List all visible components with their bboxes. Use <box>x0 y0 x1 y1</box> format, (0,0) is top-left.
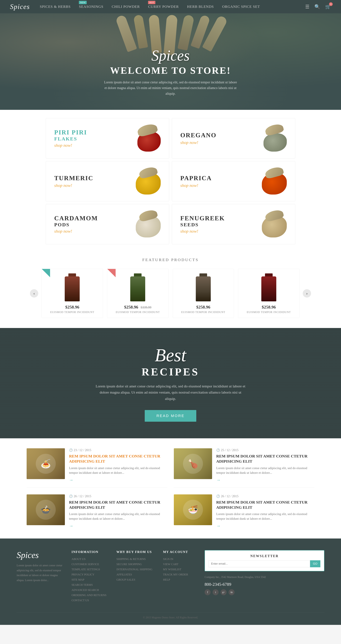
newsletter-email-input[interactable] <box>209 560 310 567</box>
clock-icon-3: 🕐 <box>69 494 73 498</box>
footer-link-sign-in[interactable]: SIGN IN <box>163 558 196 561</box>
spoon-2 <box>133 14 148 49</box>
product-name-2: EUISMOD TEMPOR INCIDIDUNT <box>111 311 165 314</box>
footer-link-group-sales[interactable]: GROUP SALES <box>116 578 155 582</box>
social-icon-linkedin[interactable]: in <box>229 589 235 595</box>
spice-shop-piri-piri[interactable]: shop now! <box>54 143 87 148</box>
spice-card-piri-piri[interactable]: PIRI PIRI FLAKES shop now! <box>46 118 169 158</box>
read-more-button[interactable]: READ MORE <box>145 410 196 422</box>
footer-link-template-settings[interactable]: TEMPLATE SETTINGS <box>71 568 108 571</box>
carousel-next-arrow[interactable]: › <box>303 289 311 298</box>
spice-sub-fenugreek: SEEDS <box>180 222 225 228</box>
footer-link-contact-us[interactable]: CONTACT US <box>71 599 108 602</box>
footer-link-site-map[interactable]: SITE MAP <box>71 578 108 582</box>
nav-seasonings[interactable]: NEW SEASONINGS <box>79 4 103 9</box>
featured-title: FEATURED PRODUCTS <box>30 258 311 262</box>
recipes-script-title: Best <box>155 345 186 366</box>
footer-phone: 800-2345-6789 <box>205 582 324 587</box>
footer-link-about-us[interactable]: ABOUT US <box>71 558 108 561</box>
spice-shop-fenugreek[interactable]: shop now! <box>180 229 225 234</box>
spice-image-paprica <box>257 168 287 194</box>
spice-text-turmeric: TURMERIC shop now! <box>54 174 93 188</box>
newsletter-submit-btn[interactable]: GO <box>310 560 320 567</box>
spice-text-cardamom: CARDAMOM PODS shop now! <box>54 214 98 234</box>
footer-company-address: Company Inc., 3542 Marmore Road, Douglas… <box>205 574 324 580</box>
footer-link-advanced-search[interactable]: ADVANCED SEARCH <box>71 588 108 592</box>
spice-shop-paprica[interactable]: shop now! <box>180 183 212 188</box>
footer-socials: f t g+ in <box>205 589 324 595</box>
nav-organic-spice-set[interactable]: ORGANIC SPICE SET <box>222 4 260 9</box>
nav-links: SPICES & HERBS NEW SEASONINGS CHILI POWD… <box>40 4 305 9</box>
blog-arrow-2[interactable]: → <box>216 478 221 482</box>
spice-shop-turmeric[interactable]: shop now! <box>54 183 93 188</box>
social-icon-google-plus[interactable]: g+ <box>221 589 227 595</box>
product-card-4[interactable]: $258.96 EUISMOD TEMPOR INCIDIDUNT <box>238 269 300 318</box>
social-icon-facebook[interactable]: f <box>205 589 211 595</box>
footer-link-view-cart[interactable]: VIEW CART <box>163 563 196 566</box>
carousel-prev-arrow[interactable]: ‹ <box>30 289 38 298</box>
blog-arrow-1[interactable]: → <box>69 478 73 482</box>
product-card-3[interactable]: $258.96 EUISMOD TEMPOR INCIDIDUNT <box>173 269 234 318</box>
spice-card-fenugreek[interactable]: FENUGREEK SEEDS shop now! <box>172 204 295 244</box>
spice-image-turmeric <box>131 168 161 194</box>
menu-icon[interactable]: ☰ <box>305 4 309 10</box>
product-card-1[interactable]: $258.96 EUISMOD TEMPOR INCIDIDUNT <box>41 269 103 318</box>
blog-title-2[interactable]: REM IPSUM DOLOR SIT AMET CONSE CTETUR AD… <box>216 454 314 464</box>
blog-post-2: 🍗 🕐 25 / 12 / 2015 REM IPSUM DOLOR SIT A… <box>174 448 314 488</box>
blog-section: 🍝 🕐 23 / 12 / 2015 REM IPSUM DOLOR SIT A… <box>0 438 341 538</box>
nav-chili-powder[interactable]: CHILI POWDER <box>112 4 140 9</box>
blog-image-3: 🍲 <box>27 494 65 525</box>
blog-title-4[interactable]: REM IPSUM DOLOR SIT AMET CONSE CTETUR AD… <box>216 500 314 510</box>
blog-arrow-4[interactable]: → <box>216 524 221 528</box>
blog-date-1: 🕐 23 / 12 / 2015 <box>69 448 167 452</box>
spice-image-piri-piri <box>131 125 161 152</box>
blog-title-3[interactable]: REM IPSUM DOLOR SIT AMET CONSE CTETUR AD… <box>69 500 167 510</box>
footer-link-search-terms[interactable]: SEARCH TERMS <box>71 583 108 586</box>
footer-link-help[interactable]: HELP <box>163 578 196 582</box>
nav-herb-blends[interactable]: HERB BLENDS <box>187 4 214 9</box>
product-name-3: EUISMOD TEMPOR INCIDIDUNT <box>176 311 231 314</box>
spice-sub-piri-piri: FLAKES <box>54 136 87 142</box>
blog-grid: 🍝 🕐 23 / 12 / 2015 REM IPSUM DOLOR SIT A… <box>27 448 314 528</box>
footer-link-secure-shopping[interactable]: SECURE SHOPPING <box>116 563 155 566</box>
footer-link-ordering-returns[interactable]: ORDERING AND RETURNS <box>71 594 108 597</box>
clock-icon-1: 🕐 <box>69 448 73 452</box>
spice-name-fenugreek: FENUGREEK <box>180 214 225 222</box>
blog-title-1[interactable]: REM IPSUM DOLOR SIT AMET CONSE CTETUR AD… <box>69 454 167 464</box>
spice-image-fenugreek <box>257 211 287 238</box>
footer-link-shipping[interactable]: SHIPPING & RETURNS <box>116 558 155 561</box>
footer-link-track-order[interactable]: TRACK MY ORDER <box>163 573 196 576</box>
footer-link-wishlist[interactable]: MY WISHLIST <box>163 568 196 571</box>
newsletter-title: NEWSLETTER <box>209 554 320 558</box>
spice-card-turmeric[interactable]: TURMERIC shop now! <box>46 161 169 201</box>
spice-name-piri-piri: PIRI PIRI <box>54 129 87 136</box>
footer-link-international-shipping[interactable]: INTERNATIONAL SHIPPING <box>116 568 155 571</box>
footer-why-col: WHY BUY FROM US SHIPPING & RETURNS SECUR… <box>116 550 155 604</box>
search-icon[interactable]: 🔍 <box>314 4 320 10</box>
spice-shop-cardamom[interactable]: shop now! <box>54 229 98 234</box>
spice-card-oregano[interactable]: OREGANO shop now! <box>172 118 295 158</box>
footer-logo: Spices <box>17 550 63 560</box>
product-price-row-2: $258.96 $339.99 <box>111 305 165 310</box>
product-badge-sale-1 <box>42 269 50 277</box>
social-icon-twitter[interactable]: t <box>213 589 219 595</box>
cart-icon[interactable]: 🛒0 <box>325 4 331 10</box>
footer-link-privacy-policy[interactable]: PRIVACY POLICY <box>71 573 108 576</box>
product-card-2[interactable]: $258.96 $339.99 EUISMOD TEMPOR INCIDIDUN… <box>107 269 169 318</box>
spice-shop-oregano[interactable]: shop now! <box>180 140 216 145</box>
spice-card-cardamom[interactable]: CARDAMOM PODS shop now! <box>46 204 169 244</box>
nav-curry-powder[interactable]: HOT CURRY POWDER <box>148 4 179 9</box>
products-carousel: ‹ $258.96 EUISMOD TEMPOR INCIDIDUNT $258… <box>30 269 311 318</box>
footer-bottom: © 2015 Magento Demo Store. All Rights Re… <box>17 612 324 619</box>
product-name-1: EUISMOD TEMPOR INCIDIDUNT <box>45 311 99 314</box>
badge-hot: HOT <box>148 1 155 4</box>
spice-card-paprica[interactable]: PAPRICA shop now! <box>172 161 295 201</box>
blog-arrow-3[interactable]: → <box>69 524 73 528</box>
blog-date-4: 🕐 26 / 12 / 2015 <box>216 494 314 498</box>
nav-spices-herbs[interactable]: SPICES & HERBS <box>40 4 70 9</box>
footer-link-affiliates[interactable]: AFFILIATES <box>116 573 155 576</box>
footer-brand: Spices Lorem ipsum dolor sit amet conse … <box>17 550 63 604</box>
nav-logo[interactable]: Spices <box>10 3 30 11</box>
footer-link-customer-service[interactable]: CUSTOMER SERVICE <box>71 563 108 566</box>
spice-text-piri-piri: PIRI PIRI FLAKES shop now! <box>54 129 87 148</box>
